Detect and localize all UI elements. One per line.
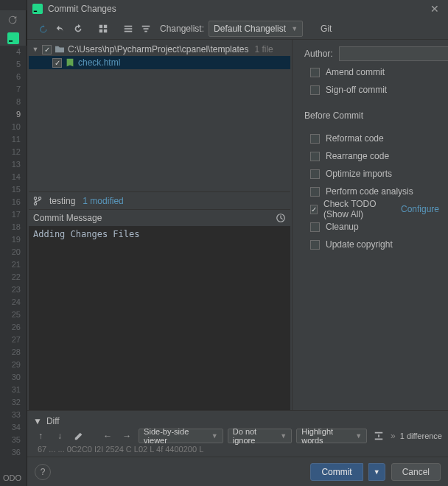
svg-rect-1 bbox=[9, 40, 13, 42]
cancel-button[interactable]: Cancel bbox=[391, 463, 441, 481]
svg-point-9 bbox=[38, 197, 41, 199]
svg-rect-3 bbox=[34, 11, 37, 12]
svg-point-8 bbox=[34, 197, 36, 199]
commit-changes-dialog: Commit Changes ✕ Changelist: Default Cha… bbox=[27, 0, 448, 486]
checkbox-rearrange[interactable] bbox=[310, 152, 320, 161]
refresh-icon[interactable] bbox=[35, 21, 51, 37]
commit-message-label: Commit Message bbox=[33, 213, 102, 223]
history-icon[interactable] bbox=[276, 213, 286, 223]
dialog-title: Commit Changes bbox=[48, 4, 116, 14]
vcs-label: Git bbox=[321, 24, 332, 34]
copyright-label: Update copyright bbox=[326, 239, 393, 250]
checkbox-cleanup[interactable] bbox=[310, 222, 320, 232]
highlight-label: Highlight words bbox=[301, 427, 351, 445]
chevron-down-icon: ▼ bbox=[211, 432, 218, 440]
dialog-titlebar: Commit Changes ✕ bbox=[27, 0, 448, 18]
checkbox[interactable] bbox=[42, 45, 52, 54]
svg-rect-0 bbox=[7, 32, 19, 44]
diff-count: 1 difference bbox=[400, 432, 442, 440]
configure-link[interactable]: Configure bbox=[401, 204, 439, 214]
rearrange-label: Rearrange code bbox=[326, 151, 389, 161]
arrow-right-icon[interactable]: → bbox=[119, 428, 134, 444]
author-label: Author: bbox=[304, 49, 333, 59]
svg-rect-5 bbox=[104, 24, 107, 27]
checkbox-check-todo[interactable] bbox=[310, 205, 318, 214]
collapse-all-icon[interactable] bbox=[138, 21, 154, 37]
editor-gutter: 4567891011121314151617181920212223242526… bbox=[0, 46, 27, 459]
changes-tree[interactable]: ▼ C:\Users\hp\PycharmProject\cpanel\temp… bbox=[29, 41, 290, 191]
checkbox-amend[interactable] bbox=[310, 68, 320, 77]
collapse-unchanged-icon[interactable] bbox=[371, 428, 386, 444]
author-input[interactable] bbox=[339, 46, 448, 61]
svg-rect-4 bbox=[99, 24, 102, 27]
svg-rect-6 bbox=[99, 29, 102, 32]
redo-icon[interactable] bbox=[70, 21, 86, 37]
expand-all-icon[interactable] bbox=[120, 21, 136, 37]
ignore-label: Do not ignore bbox=[233, 427, 276, 445]
arrow-down-icon[interactable]: ↓ bbox=[52, 428, 67, 444]
svg-rect-7 bbox=[104, 29, 107, 32]
commit-toolbar: Changelist: Default Changelist ▼ Git bbox=[27, 18, 448, 40]
chevron-down-icon[interactable]: ▼ bbox=[32, 46, 39, 53]
arrow-left-icon[interactable]: ← bbox=[100, 428, 115, 444]
chevron-down-icon: ▼ bbox=[374, 468, 380, 476]
ignore-combo[interactable]: Do not ignore ▼ bbox=[228, 429, 292, 443]
svg-point-10 bbox=[34, 202, 36, 205]
changelist-combo[interactable]: Default Changelist ▼ bbox=[209, 21, 303, 37]
analysis-label: Perform code analysis bbox=[326, 186, 413, 197]
commit-dropdown-button[interactable]: ▼ bbox=[368, 463, 385, 481]
commit-message-input[interactable] bbox=[29, 226, 290, 410]
branch-bar: testing 1 modified bbox=[29, 191, 290, 209]
chevron-down-icon[interactable]: ▼ bbox=[33, 416, 42, 426]
changelist-label: Changelist: bbox=[160, 24, 204, 34]
refresh-icon[interactable] bbox=[7, 15, 19, 27]
tree-file-row[interactable]: check.html bbox=[29, 56, 290, 69]
viewer-combo[interactable]: Side-by-side viewer ▼ bbox=[139, 429, 223, 443]
tree-file-name: check.html bbox=[78, 57, 120, 68]
check-todo-label: Check TODO (Show All) bbox=[323, 199, 392, 219]
checkbox-copyright[interactable] bbox=[310, 240, 320, 250]
diff-header-label: Diff bbox=[46, 416, 60, 426]
more-icon[interactable]: » bbox=[391, 431, 396, 441]
viewer-label: Side-by-side viewer bbox=[144, 427, 207, 445]
optimize-label: Optimize imports bbox=[326, 169, 392, 179]
chevron-down-icon: ▼ bbox=[291, 25, 298, 32]
undo-icon[interactable] bbox=[52, 21, 69, 37]
folder-icon bbox=[55, 44, 65, 54]
diff-status-left: 67 ... ... 0C2C0 I2I 2524 C L02 L 4f 440… bbox=[38, 445, 203, 454]
help-button[interactable]: ? bbox=[35, 464, 51, 480]
commit-button[interactable]: Commit bbox=[310, 463, 363, 481]
tree-root-row[interactable]: ▼ C:\Users\hp\PycharmProject\cpanel\temp… bbox=[29, 43, 290, 56]
checkbox-optimize[interactable] bbox=[310, 169, 320, 179]
pycharm-icon[interactable] bbox=[7, 32, 19, 44]
checkbox-reformat[interactable] bbox=[310, 134, 320, 144]
edit-icon[interactable] bbox=[71, 428, 86, 444]
before-commit-header: Before Commit bbox=[304, 110, 439, 124]
html-file-icon bbox=[65, 57, 75, 68]
changelist-selected: Default Changelist bbox=[214, 24, 286, 34]
group-by-icon[interactable] bbox=[95, 21, 111, 37]
tree-path: C:\Users\hp\PycharmProject\cpanel\templa… bbox=[68, 44, 248, 54]
branch-modified[interactable]: 1 modified bbox=[83, 196, 123, 206]
chevron-down-icon: ▼ bbox=[280, 432, 287, 440]
pycharm-icon bbox=[32, 3, 43, 15]
svg-rect-2 bbox=[32, 4, 43, 14]
checkbox-analysis[interactable] bbox=[310, 187, 320, 197]
branch-name[interactable]: testing bbox=[49, 196, 75, 206]
close-icon[interactable]: ✕ bbox=[426, 3, 444, 15]
amend-label: Amend commit bbox=[326, 67, 385, 77]
signoff-label: Sign-off commit bbox=[326, 85, 387, 95]
checkbox[interactable] bbox=[52, 58, 62, 68]
cleanup-label: Cleanup bbox=[326, 222, 359, 232]
reformat-label: Reformat code bbox=[326, 133, 384, 144]
tree-count: 1 file bbox=[254, 44, 273, 54]
arrow-up-icon[interactable]: ↑ bbox=[33, 428, 48, 444]
highlight-combo[interactable]: Highlight words ▼ bbox=[296, 429, 367, 443]
chevron-down-icon: ▼ bbox=[355, 432, 362, 440]
checkbox-signoff[interactable] bbox=[310, 85, 320, 95]
branch-icon bbox=[33, 196, 42, 206]
